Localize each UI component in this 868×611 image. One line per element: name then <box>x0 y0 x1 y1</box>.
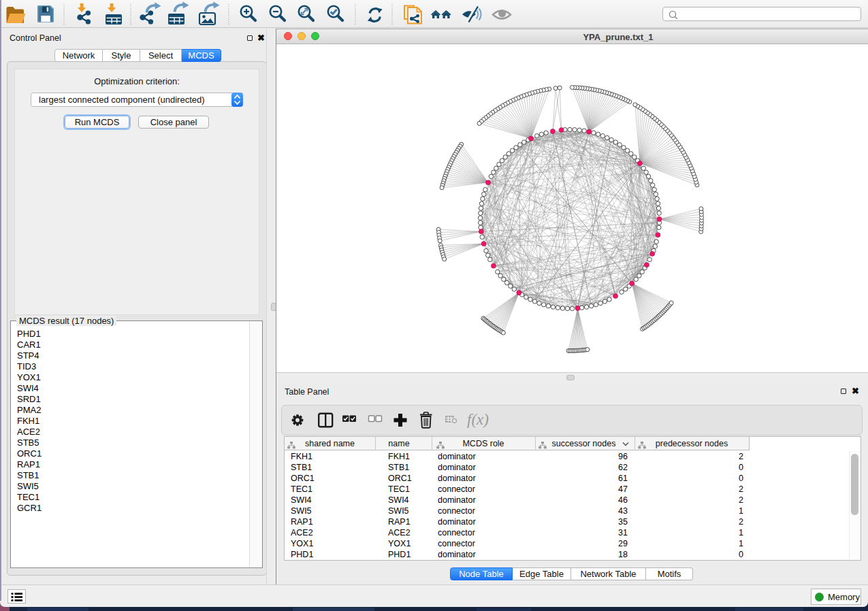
svg-text:f(x): f(x) <box>467 411 489 428</box>
